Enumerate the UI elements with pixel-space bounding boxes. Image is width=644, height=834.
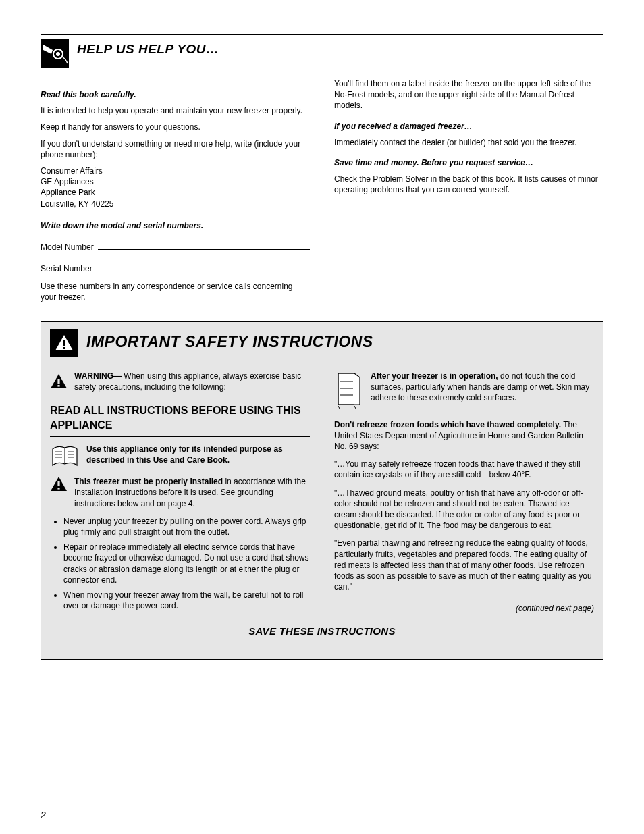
addr4: Louisville, KY 40225 [41, 199, 114, 209]
svg-line-13 [354, 406, 356, 409]
book-icon [50, 444, 80, 471]
use-title: Use this appliance only for its intended… [86, 444, 310, 465]
install-title: This freezer must be properly installed [74, 477, 223, 486]
bullet-2: Repair or replace immediately all electr… [63, 542, 310, 585]
quote3: "Even partial thawing and refreezing red… [334, 538, 594, 592]
quote1: "…You may safely refreeze frozen foods t… [334, 459, 594, 480]
serial-field: Serial Number [41, 263, 310, 274]
svg-rect-8 [338, 373, 354, 405]
damaged-body: Immediately contact the dealer (or build… [334, 137, 603, 148]
warning-word: WARNING— [74, 371, 122, 381]
svg-rect-3 [63, 347, 65, 349]
spec-note: Use these numbers in any correspondence … [41, 281, 310, 303]
svg-rect-5 [57, 385, 59, 387]
read-all: READ ALL INSTRUCTIONS BEFORE USING THIS … [50, 403, 310, 432]
save-instructions: SAVE THESE INSTRUCTIONS [50, 625, 594, 638]
intro-operate: It is intended to help you operate and m… [41, 105, 310, 116]
intro-handy: Keep it handy for answers to your questi… [41, 122, 310, 132]
intro-read: Read this book carefully. [41, 89, 310, 100]
service-title: After your freezer is in operation, [371, 371, 498, 381]
freezer-icon [334, 371, 364, 409]
warning-icon [50, 329, 78, 357]
write-label: Write down the model and serial numbers. [41, 220, 310, 231]
safety-right-col: After your freezer is in operation, do n… [334, 367, 594, 616]
bullet-1: Never unplug your freezer by pulling on … [63, 516, 310, 538]
unplug-title: Don't refreeze frozen foods which have t… [334, 420, 561, 429]
safety-left-col: WARNING— When using this appliance, alwa… [50, 367, 310, 616]
alert-icon [50, 373, 68, 390]
svg-line-12 [338, 406, 340, 409]
help-icon [41, 39, 69, 68]
addr3: Appliance Park [41, 188, 95, 197]
svg-point-1 [56, 52, 60, 56]
section-header: HELP US HELP YOU… [41, 39, 603, 68]
model-blank-line [98, 242, 310, 250]
money-body: Check the Problem Solver in the back of … [334, 174, 603, 195]
alert-icon [50, 476, 68, 492]
bullet-3: When moving your freezer away from the w… [63, 590, 310, 611]
damaged-title: If you received a damaged freezer… [334, 121, 603, 132]
page-title: HELP US HELP YOU… [77, 41, 219, 58]
intro-write: If you don't understand something or nee… [41, 138, 310, 160]
serial-blank-line [97, 263, 310, 271]
right-column: You'll find them on a label inside the f… [334, 74, 603, 309]
continued: (continued next page) [334, 603, 594, 614]
left-column: Read this book carefully. It is intended… [41, 74, 310, 309]
svg-rect-7 [57, 488, 59, 490]
addr1: Consumer Affairs [41, 166, 103, 176]
serial-label: Serial Number [41, 263, 92, 274]
safety-title: IMPORTANT SAFETY INSTRUCTIONS [86, 332, 373, 353]
plate-body: You'll find them on a label inside the f… [334, 78, 603, 111]
svg-rect-4 [57, 379, 59, 384]
model-field: Model Number [41, 242, 310, 253]
safety-section: IMPORTANT SAFETY INSTRUCTIONS WARNING— W… [41, 321, 603, 660]
money-title: Save time and money. Before you request … [334, 157, 603, 168]
svg-rect-6 [57, 481, 59, 486]
model-label: Model Number [41, 242, 94, 253]
quote2: "…Thawed ground meats, poultry or fish t… [334, 488, 594, 531]
svg-rect-2 [63, 340, 65, 346]
addr2: GE Appliances [41, 177, 94, 186]
page-number: 2 [41, 809, 46, 822]
